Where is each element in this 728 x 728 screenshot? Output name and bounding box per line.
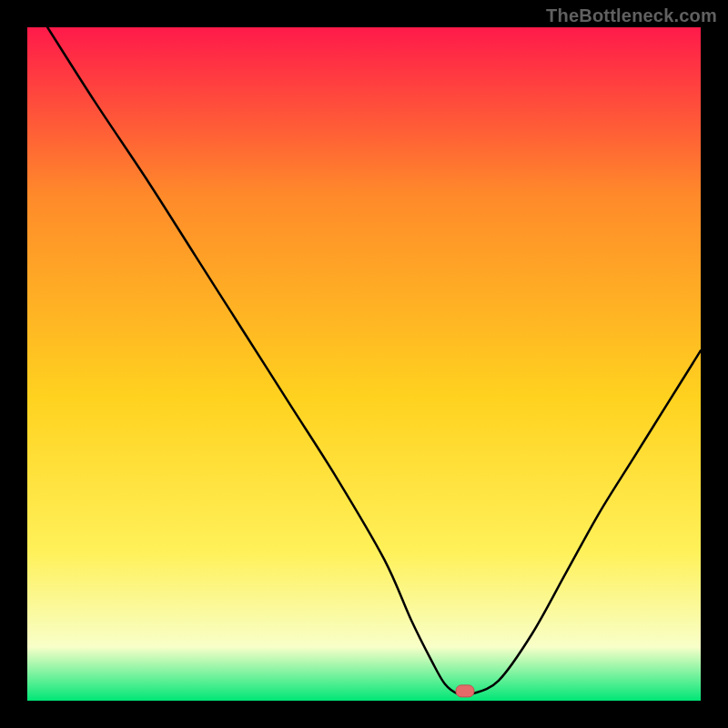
chart-background xyxy=(27,27,701,701)
watermark-text: TheBottleneck.com xyxy=(546,5,717,26)
plot-frame xyxy=(27,27,701,701)
bottleneck-chart xyxy=(27,27,701,701)
chart-wrapper: TheBottleneck.com xyxy=(0,0,728,728)
optimal-point-marker xyxy=(456,685,474,697)
